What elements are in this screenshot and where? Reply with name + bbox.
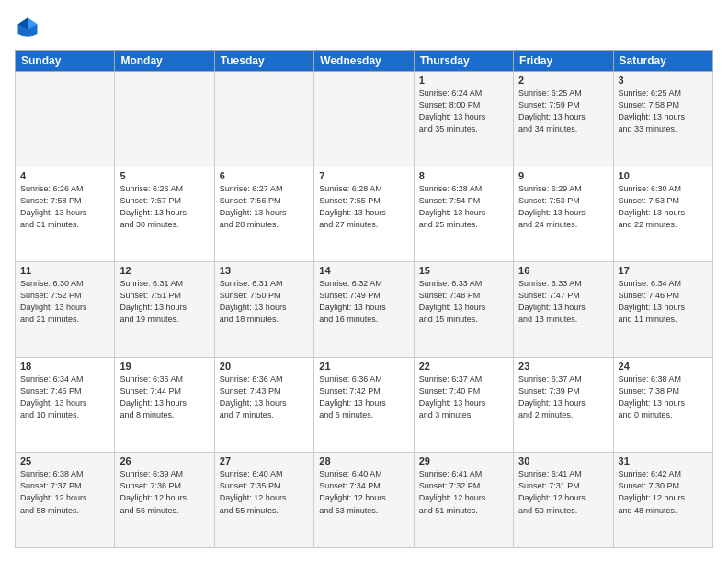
day-info: Sunrise: 6:30 AM Sunset: 7:52 PM Dayligh… <box>20 278 109 326</box>
weekday-header: Saturday <box>613 51 712 72</box>
day-info: Sunrise: 6:32 AM Sunset: 7:49 PM Dayligh… <box>319 278 408 326</box>
day-info: Sunrise: 6:24 AM Sunset: 8:00 PM Dayligh… <box>419 87 508 135</box>
day-number: 8 <box>419 170 508 181</box>
calendar-week-row: 1Sunrise: 6:24 AM Sunset: 8:00 PM Daylig… <box>16 72 713 167</box>
day-number: 23 <box>518 361 608 372</box>
calendar-cell: 26Sunrise: 6:39 AM Sunset: 7:36 PM Dayli… <box>115 453 214 548</box>
day-number: 5 <box>119 170 209 181</box>
calendar-header-row: SundayMondayTuesdayWednesdayThursdayFrid… <box>16 51 713 72</box>
calendar-cell: 20Sunrise: 6:36 AM Sunset: 7:43 PM Dayli… <box>214 357 313 453</box>
calendar-cell: 18Sunrise: 6:34 AM Sunset: 7:45 PM Dayli… <box>16 357 115 453</box>
day-number: 25 <box>20 455 109 466</box>
calendar-cell: 1Sunrise: 6:24 AM Sunset: 8:00 PM Daylig… <box>414 72 513 167</box>
day-info: Sunrise: 6:28 AM Sunset: 7:54 PM Dayligh… <box>419 183 508 231</box>
calendar-cell: 24Sunrise: 6:38 AM Sunset: 7:38 PM Dayli… <box>613 357 712 453</box>
day-number: 27 <box>220 455 309 466</box>
day-info: Sunrise: 6:40 AM Sunset: 7:34 PM Dayligh… <box>319 468 408 516</box>
day-number: 28 <box>319 455 408 466</box>
day-number: 14 <box>319 265 408 276</box>
day-number: 12 <box>119 265 209 276</box>
day-info: Sunrise: 6:35 AM Sunset: 7:44 PM Dayligh… <box>119 373 209 421</box>
calendar-cell: 28Sunrise: 6:40 AM Sunset: 7:34 PM Dayli… <box>314 453 414 548</box>
day-info: Sunrise: 6:34 AM Sunset: 7:45 PM Dayligh… <box>20 373 109 421</box>
day-number: 1 <box>419 75 508 86</box>
calendar-cell: 11Sunrise: 6:30 AM Sunset: 7:52 PM Dayli… <box>16 262 115 358</box>
calendar-cell <box>115 72 214 167</box>
calendar-cell: 16Sunrise: 6:33 AM Sunset: 7:47 PM Dayli… <box>514 262 613 358</box>
day-number: 6 <box>220 170 309 181</box>
logo-icon <box>15 15 40 40</box>
calendar-cell: 14Sunrise: 6:32 AM Sunset: 7:49 PM Dayli… <box>314 262 414 358</box>
calendar-cell: 7Sunrise: 6:28 AM Sunset: 7:55 PM Daylig… <box>314 167 414 262</box>
day-info: Sunrise: 6:25 AM Sunset: 7:59 PM Dayligh… <box>518 87 608 135</box>
day-number: 3 <box>619 75 708 86</box>
day-number: 11 <box>20 265 109 276</box>
calendar-cell: 25Sunrise: 6:38 AM Sunset: 7:37 PM Dayli… <box>16 453 115 548</box>
calendar-cell <box>16 72 115 167</box>
weekday-header: Sunday <box>16 51 115 72</box>
calendar-week-row: 11Sunrise: 6:30 AM Sunset: 7:52 PM Dayli… <box>16 262 713 358</box>
day-info: Sunrise: 6:38 AM Sunset: 7:38 PM Dayligh… <box>619 373 708 421</box>
calendar-cell: 4Sunrise: 6:26 AM Sunset: 7:58 PM Daylig… <box>16 167 115 262</box>
calendar-cell: 29Sunrise: 6:41 AM Sunset: 7:32 PM Dayli… <box>414 453 513 548</box>
day-info: Sunrise: 6:31 AM Sunset: 7:50 PM Dayligh… <box>220 278 309 326</box>
day-number: 17 <box>619 265 708 276</box>
day-number: 10 <box>619 170 708 181</box>
calendar-cell: 30Sunrise: 6:41 AM Sunset: 7:31 PM Dayli… <box>514 453 613 548</box>
calendar-cell: 13Sunrise: 6:31 AM Sunset: 7:50 PM Dayli… <box>214 262 313 358</box>
day-info: Sunrise: 6:26 AM Sunset: 7:57 PM Dayligh… <box>119 183 209 231</box>
day-number: 13 <box>220 265 309 276</box>
day-info: Sunrise: 6:33 AM Sunset: 7:47 PM Dayligh… <box>518 278 608 326</box>
day-number: 18 <box>20 361 109 372</box>
day-info: Sunrise: 6:41 AM Sunset: 7:31 PM Dayligh… <box>518 468 608 516</box>
calendar-cell: 5Sunrise: 6:26 AM Sunset: 7:57 PM Daylig… <box>115 167 214 262</box>
calendar-cell: 10Sunrise: 6:30 AM Sunset: 7:53 PM Dayli… <box>613 167 712 262</box>
day-info: Sunrise: 6:33 AM Sunset: 7:48 PM Dayligh… <box>419 278 508 326</box>
day-number: 21 <box>319 361 408 372</box>
calendar-cell: 3Sunrise: 6:25 AM Sunset: 7:58 PM Daylig… <box>613 72 712 167</box>
logo <box>15 15 46 40</box>
calendar-cell: 17Sunrise: 6:34 AM Sunset: 7:46 PM Dayli… <box>613 262 712 358</box>
weekday-header: Monday <box>115 51 214 72</box>
weekday-header: Friday <box>514 51 613 72</box>
day-info: Sunrise: 6:30 AM Sunset: 7:53 PM Dayligh… <box>619 183 708 231</box>
calendar-cell: 2Sunrise: 6:25 AM Sunset: 7:59 PM Daylig… <box>514 72 613 167</box>
day-number: 2 <box>518 75 608 86</box>
calendar-cell: 9Sunrise: 6:29 AM Sunset: 7:53 PM Daylig… <box>514 167 613 262</box>
day-number: 22 <box>419 361 508 372</box>
day-number: 24 <box>619 361 708 372</box>
calendar-cell <box>314 72 414 167</box>
day-number: 19 <box>119 361 209 372</box>
header <box>15 15 713 40</box>
calendar-cell: 31Sunrise: 6:42 AM Sunset: 7:30 PM Dayli… <box>613 453 712 548</box>
calendar-week-row: 18Sunrise: 6:34 AM Sunset: 7:45 PM Dayli… <box>16 357 713 453</box>
calendar-cell: 6Sunrise: 6:27 AM Sunset: 7:56 PM Daylig… <box>214 167 313 262</box>
day-info: Sunrise: 6:34 AM Sunset: 7:46 PM Dayligh… <box>619 278 708 326</box>
calendar-cell: 27Sunrise: 6:40 AM Sunset: 7:35 PM Dayli… <box>214 453 313 548</box>
day-info: Sunrise: 6:40 AM Sunset: 7:35 PM Dayligh… <box>220 468 309 516</box>
day-info: Sunrise: 6:36 AM Sunset: 7:42 PM Dayligh… <box>319 373 408 421</box>
day-info: Sunrise: 6:38 AM Sunset: 7:37 PM Dayligh… <box>20 468 109 516</box>
calendar-cell: 21Sunrise: 6:36 AM Sunset: 7:42 PM Dayli… <box>314 357 414 453</box>
day-info: Sunrise: 6:41 AM Sunset: 7:32 PM Dayligh… <box>419 468 508 516</box>
calendar-table: SundayMondayTuesdayWednesdayThursdayFrid… <box>15 50 713 548</box>
day-number: 29 <box>419 455 508 466</box>
day-info: Sunrise: 6:26 AM Sunset: 7:58 PM Dayligh… <box>20 183 109 231</box>
day-info: Sunrise: 6:25 AM Sunset: 7:58 PM Dayligh… <box>619 87 708 135</box>
calendar-week-row: 4Sunrise: 6:26 AM Sunset: 7:58 PM Daylig… <box>16 167 713 262</box>
calendar-cell: 19Sunrise: 6:35 AM Sunset: 7:44 PM Dayli… <box>115 357 214 453</box>
day-number: 30 <box>518 455 608 466</box>
weekday-header: Wednesday <box>314 51 414 72</box>
day-info: Sunrise: 6:29 AM Sunset: 7:53 PM Dayligh… <box>518 183 608 231</box>
calendar-cell <box>214 72 313 167</box>
weekday-header: Thursday <box>414 51 513 72</box>
calendar-cell: 15Sunrise: 6:33 AM Sunset: 7:48 PM Dayli… <box>414 262 513 358</box>
day-number: 4 <box>20 170 109 181</box>
day-info: Sunrise: 6:42 AM Sunset: 7:30 PM Dayligh… <box>619 468 708 516</box>
day-number: 20 <box>220 361 309 372</box>
day-info: Sunrise: 6:36 AM Sunset: 7:43 PM Dayligh… <box>220 373 309 421</box>
page: SundayMondayTuesdayWednesdayThursdayFrid… <box>0 0 728 563</box>
day-number: 26 <box>119 455 209 466</box>
calendar-cell: 23Sunrise: 6:37 AM Sunset: 7:39 PM Dayli… <box>514 357 613 453</box>
day-info: Sunrise: 6:27 AM Sunset: 7:56 PM Dayligh… <box>220 183 309 231</box>
